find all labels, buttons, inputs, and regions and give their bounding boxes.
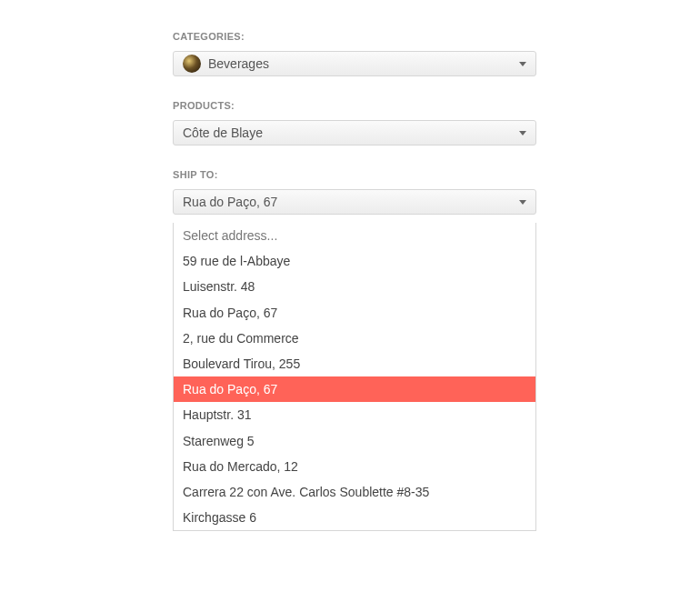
categories-dropdown[interactable]: Beverages xyxy=(173,51,536,76)
shipto-option[interactable]: Kirchgasse 6 xyxy=(174,505,535,530)
categories-label: CATEGORIES: xyxy=(173,31,536,42)
chevron-down-icon xyxy=(519,200,526,205)
products-label: PRODUCTS: xyxy=(173,100,536,111)
shipto-options-list: Select address... 59 rue de l-AbbayeLuis… xyxy=(173,223,536,531)
shipto-option[interactable]: 59 rue de l-Abbaye xyxy=(174,248,535,274)
shipto-option[interactable]: Luisenstr. 48 xyxy=(174,274,535,299)
shipto-option[interactable]: 2, rue du Commerce xyxy=(174,326,535,351)
products-selected: Côte de Blaye xyxy=(183,125,519,140)
shipto-option[interactable]: Rua do Paço, 67 xyxy=(174,300,535,326)
shipto-selected: Rua do Paço, 67 xyxy=(183,195,519,209)
shipto-option[interactable]: Hauptstr. 31 xyxy=(174,402,535,427)
shipto-label: SHIP TO: xyxy=(173,169,536,180)
chevron-down-icon xyxy=(519,131,526,135)
shipto-option[interactable]: Rua do Mercado, 12 xyxy=(174,454,535,479)
shipto-option-placeholder[interactable]: Select address... xyxy=(174,223,535,248)
shipto-dropdown[interactable]: Rua do Paço, 67 xyxy=(173,189,536,215)
products-dropdown[interactable]: Côte de Blaye xyxy=(173,120,536,145)
beverages-icon xyxy=(183,55,201,73)
shipto-option[interactable]: Rua do Paço, 67 xyxy=(174,376,535,402)
chevron-down-icon xyxy=(519,62,526,66)
shipto-option[interactable]: Carrera 22 con Ave. Carlos Soublette #8-… xyxy=(174,479,535,505)
shipto-option[interactable]: Boulevard Tirou, 255 xyxy=(174,351,535,376)
categories-selected: Beverages xyxy=(208,56,519,71)
shipto-option[interactable]: Starenweg 5 xyxy=(174,428,535,454)
